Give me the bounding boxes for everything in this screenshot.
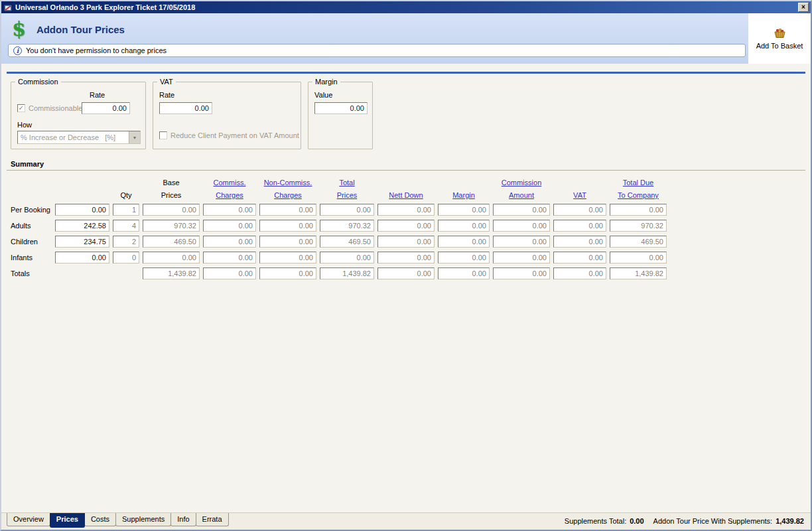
tab-costs[interactable]: Costs <box>84 513 116 526</box>
infants-unit-field[interactable]: 0.00 <box>55 252 109 264</box>
tab-overview[interactable]: Overview <box>7 513 50 526</box>
infants-nettdown-field[interactable]: 0.00 <box>377 252 435 264</box>
totals-total-field[interactable]: 1,439.82 <box>320 267 374 279</box>
adults-base-field[interactable]: 970.32 <box>143 220 200 232</box>
vat-rate-input[interactable]: 0.00 <box>159 102 212 114</box>
basket-icon <box>772 28 787 40</box>
tab-info[interactable]: Info <box>170 513 196 526</box>
col-commission-header-2[interactable]: Amount <box>493 191 550 200</box>
vat-rate-label: Rate <box>159 91 174 99</box>
add-to-basket-button[interactable]: Add To Basket <box>748 13 811 64</box>
col-margin-header[interactable]: Margin <box>438 191 490 200</box>
infants-vat-field[interactable]: 0.00 <box>553 252 606 264</box>
infants-commission-field[interactable]: 0.00 <box>493 252 550 264</box>
commissionable-checkbox[interactable]: ✓ Commissionable <box>17 104 82 112</box>
row-label-adults: Adults <box>11 222 52 230</box>
children-noncommiss-field[interactable]: 0.00 <box>259 236 316 248</box>
infants-commiss-field[interactable]: 0.00 <box>203 252 256 264</box>
col-commiss-header-1[interactable]: Commiss. <box>203 179 256 187</box>
adults-commiss-field[interactable]: 0.00 <box>203 220 256 232</box>
close-icon: × <box>801 4 805 11</box>
window-title: Universal Orlando 3 Park Explorer Ticket… <box>15 3 795 11</box>
summary-table: Base Commiss. Non-Commiss. Total Commiss… <box>11 179 811 279</box>
close-button[interactable]: × <box>798 3 809 12</box>
row-label-perbooking: Per Booking <box>11 206 52 214</box>
margin-value-input[interactable]: 0.00 <box>314 102 368 114</box>
statusbar: Supplements Total:0.00Addon Tour Price W… <box>565 513 804 525</box>
vat-group: VAT Rate 0.00 Reduce Client Payment on V… <box>153 82 301 149</box>
adults-nettdown-field[interactable]: 0.00 <box>377 220 435 232</box>
col-commiss-header-2[interactable]: Charges <box>203 191 256 200</box>
row-label-children: Children <box>11 238 52 246</box>
summary-heading: Summary <box>7 160 805 171</box>
infants-noncommiss-field[interactable]: 0.00 <box>259 252 316 264</box>
totals-commiss-field[interactable]: 0.00 <box>203 267 256 279</box>
window-icon <box>3 3 13 12</box>
totals-noncommiss-field[interactable]: 0.00 <box>259 267 316 279</box>
children-totaldue-field[interactable]: 469.50 <box>610 236 667 248</box>
adults-unit-field[interactable]: 242.58 <box>55 220 109 232</box>
how-label: How <box>17 121 32 129</box>
adults-commission-field[interactable]: 0.00 <box>493 220 550 232</box>
col-nettdown-header[interactable]: Nett Down <box>377 191 435 200</box>
tab-errata[interactable]: Errata <box>196 513 229 526</box>
reduce-vat-checkbox[interactable]: Reduce Client Payment on VAT Amount <box>159 131 299 139</box>
col-totaldue-header-2[interactable]: To Company <box>610 191 667 200</box>
infants-qty-field[interactable]: 0 <box>113 252 139 264</box>
infants-margin-field[interactable]: 0.00 <box>438 252 490 264</box>
adults-total-field[interactable]: 970.32 <box>320 220 374 232</box>
supplements-total-value: 0.00 <box>630 517 643 525</box>
col-noncommiss-header-2[interactable]: Charges <box>259 191 316 200</box>
children-base-field[interactable]: 469.50 <box>143 236 200 248</box>
infants-totaldue-field[interactable]: 0.00 <box>610 252 667 264</box>
totals-totaldue-field[interactable]: 1,439.82 <box>610 267 667 279</box>
perbooking-noncommiss-field[interactable]: 0.00 <box>259 204 316 216</box>
tab-prices[interactable]: Prices <box>50 513 85 528</box>
commission-rate-label: Rate <box>90 91 105 99</box>
perbooking-nettdown-field[interactable]: 0.00 <box>377 204 435 216</box>
children-commiss-field[interactable]: 0.00 <box>203 236 256 248</box>
adults-qty-field[interactable]: 4 <box>113 220 139 232</box>
children-total-field[interactable]: 469.50 <box>320 236 374 248</box>
titlebar[interactable]: Universal Orlando 3 Park Explorer Ticket… <box>1 1 811 13</box>
infants-total-field[interactable]: 0.00 <box>320 252 374 264</box>
col-totaldue-header-1[interactable]: Total Due <box>610 179 667 187</box>
children-nettdown-field[interactable]: 0.00 <box>377 236 435 248</box>
tabs: Overview Prices Costs Supplements Info E… <box>7 513 228 528</box>
perbooking-totaldue-field[interactable]: 0.00 <box>610 204 667 216</box>
perbooking-vat-field[interactable]: 0.00 <box>553 204 606 216</box>
totals-vat-field[interactable]: 0.00 <box>553 267 606 279</box>
children-qty-field[interactable]: 2 <box>113 236 139 248</box>
children-commission-field[interactable]: 0.00 <box>493 236 550 248</box>
col-commission-header-1[interactable]: Commission <box>493 179 550 187</box>
page-title: Addon Tour Prices <box>36 24 125 35</box>
perbooking-unit-field[interactable]: 0.00 <box>55 204 109 216</box>
adults-totaldue-field[interactable]: 970.32 <box>610 220 667 232</box>
how-dropdown[interactable]: % Increase or Decrease [%] ▼ <box>17 131 141 144</box>
perbooking-total-field[interactable]: 0.00 <box>320 204 374 216</box>
permission-notice-text: You don't have permission to change pric… <box>26 46 167 54</box>
adults-vat-field[interactable]: 0.00 <box>553 220 606 232</box>
children-vat-field[interactable]: 0.00 <box>553 236 606 248</box>
col-noncommiss-header-1[interactable]: Non-Commiss. <box>259 179 316 187</box>
col-base-header-2: Prices <box>143 191 200 200</box>
children-margin-field[interactable]: 0.00 <box>438 236 490 248</box>
perbooking-commission-field[interactable]: 0.00 <box>493 204 550 216</box>
perbooking-qty-field[interactable]: 1 <box>113 204 139 216</box>
totals-commission-field[interactable]: 0.00 <box>493 267 550 279</box>
perbooking-margin-field[interactable]: 0.00 <box>438 204 490 216</box>
col-vat-header[interactable]: VAT <box>553 191 606 200</box>
tab-supplements[interactable]: Supplements <box>115 513 171 526</box>
children-unit-field[interactable]: 234.75 <box>55 236 109 248</box>
col-total-header-1[interactable]: Total <box>320 179 374 187</box>
perbooking-base-field[interactable]: 0.00 <box>143 204 200 216</box>
adults-noncommiss-field[interactable]: 0.00 <box>259 220 316 232</box>
commission-rate-input[interactable]: 0.00 <box>82 102 130 114</box>
totals-margin-field[interactable]: 0.00 <box>438 267 490 279</box>
col-total-header-2[interactable]: Prices <box>320 191 374 200</box>
totals-base-field[interactable]: 1,439.82 <box>143 267 200 279</box>
infants-base-field[interactable]: 0.00 <box>143 252 200 264</box>
perbooking-commiss-field[interactable]: 0.00 <box>203 204 256 216</box>
totals-nettdown-field[interactable]: 0.00 <box>377 267 435 279</box>
adults-margin-field[interactable]: 0.00 <box>438 220 490 232</box>
